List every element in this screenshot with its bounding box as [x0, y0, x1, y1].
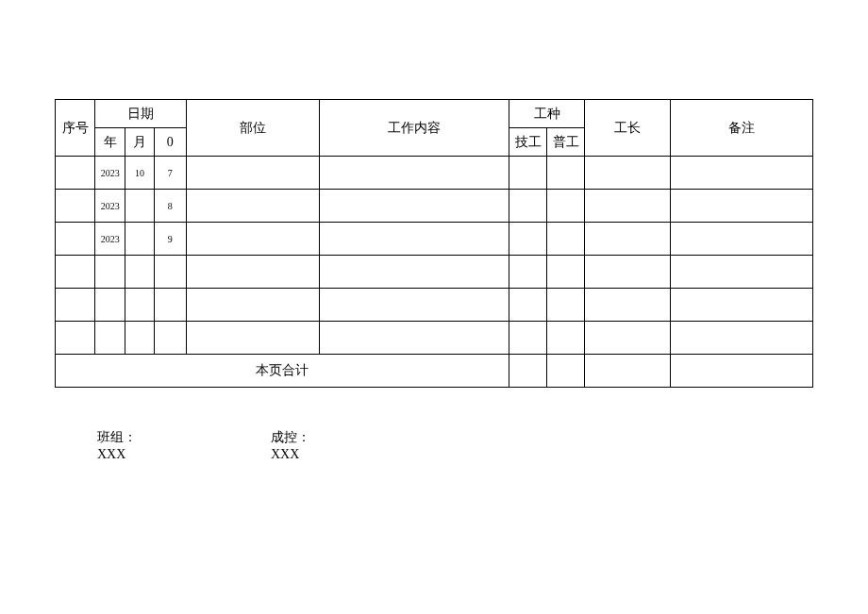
cell-month	[125, 322, 154, 355]
cell-part	[186, 289, 319, 322]
cell-unskilled	[547, 256, 585, 289]
header-unskilled: 普工	[547, 128, 585, 157]
cell-month	[125, 223, 154, 256]
cell-seq	[56, 289, 95, 322]
cell-remark	[670, 190, 812, 223]
header-skilled: 技工	[509, 128, 546, 157]
cell-skilled	[509, 223, 546, 256]
table-row: 2023 9	[56, 223, 813, 256]
cell-year	[95, 289, 125, 322]
cell-skilled	[509, 157, 546, 190]
cell-unskilled	[547, 289, 585, 322]
header-foreman: 工长	[585, 100, 671, 157]
header-date: 日期	[95, 100, 187, 128]
team-label: 班组：	[97, 429, 271, 446]
cell-skilled	[509, 289, 546, 322]
total-skilled	[509, 355, 546, 388]
header-work: 工作内容	[319, 100, 509, 157]
header-part: 部位	[186, 100, 319, 157]
cell-part	[186, 256, 319, 289]
cell-part	[186, 190, 319, 223]
header-day: 0	[154, 128, 186, 157]
table-row	[56, 289, 813, 322]
cell-month	[125, 190, 154, 223]
cell-foreman	[585, 190, 671, 223]
cost-label: 成控：	[271, 429, 310, 446]
table-row: 2023 10 7	[56, 157, 813, 190]
total-remark	[670, 355, 812, 388]
signature-cost: 成控： XXX	[271, 429, 310, 463]
cell-month	[125, 256, 154, 289]
cell-unskilled	[547, 322, 585, 355]
cell-remark	[670, 223, 812, 256]
cell-work	[319, 322, 509, 355]
header-year: 年	[95, 128, 125, 157]
cell-year: 2023	[95, 223, 125, 256]
cell-year	[95, 256, 125, 289]
cell-part	[186, 157, 319, 190]
table-body: 2023 10 7 2023 8 2023 9	[56, 157, 813, 388]
cell-year	[95, 322, 125, 355]
cell-remark	[670, 256, 812, 289]
cell-foreman	[585, 157, 671, 190]
cell-foreman	[585, 322, 671, 355]
signatures: 班组： XXX 成控： XXX	[55, 429, 813, 463]
cell-skilled	[509, 256, 546, 289]
cell-day: 8	[154, 190, 186, 223]
cell-work	[319, 223, 509, 256]
cell-remark	[670, 157, 812, 190]
cell-work	[319, 190, 509, 223]
signature-team: 班组： XXX	[97, 429, 271, 463]
cell-remark	[670, 289, 812, 322]
cell-month	[125, 289, 154, 322]
header-month: 月	[125, 128, 154, 157]
header-seq: 序号	[56, 100, 95, 157]
cell-work	[319, 256, 509, 289]
cell-day	[154, 289, 186, 322]
table-row: 2023 8	[56, 190, 813, 223]
header-remark: 备注	[670, 100, 812, 157]
cell-day	[154, 322, 186, 355]
cell-seq	[56, 223, 95, 256]
total-row: 本页合计	[56, 355, 813, 388]
cell-skilled	[509, 322, 546, 355]
work-record-table: 序号 日期 部位 工作内容 工种 工长 备注 年 月 0 技工 普工 2023 …	[55, 99, 813, 388]
total-unskilled	[547, 355, 585, 388]
cell-work	[319, 157, 509, 190]
cell-foreman	[585, 256, 671, 289]
cell-day: 9	[154, 223, 186, 256]
cell-day: 7	[154, 157, 186, 190]
header-trade: 工种	[509, 100, 584, 128]
cell-foreman	[585, 223, 671, 256]
cell-unskilled	[547, 157, 585, 190]
table-row	[56, 256, 813, 289]
cell-part	[186, 223, 319, 256]
total-label: 本页合计	[56, 355, 509, 388]
cell-year: 2023	[95, 190, 125, 223]
cell-unskilled	[547, 223, 585, 256]
team-value: XXX	[97, 446, 271, 463]
cell-seq	[56, 322, 95, 355]
cell-month: 10	[125, 157, 154, 190]
cell-year: 2023	[95, 157, 125, 190]
cell-work	[319, 289, 509, 322]
cell-unskilled	[547, 190, 585, 223]
table-row	[56, 322, 813, 355]
cell-remark	[670, 322, 812, 355]
cost-value: XXX	[271, 446, 310, 463]
cell-day	[154, 256, 186, 289]
cell-seq	[56, 256, 95, 289]
cell-part	[186, 322, 319, 355]
cell-foreman	[585, 289, 671, 322]
total-foreman	[585, 355, 671, 388]
cell-skilled	[509, 190, 546, 223]
cell-seq	[56, 190, 95, 223]
cell-seq	[56, 157, 95, 190]
